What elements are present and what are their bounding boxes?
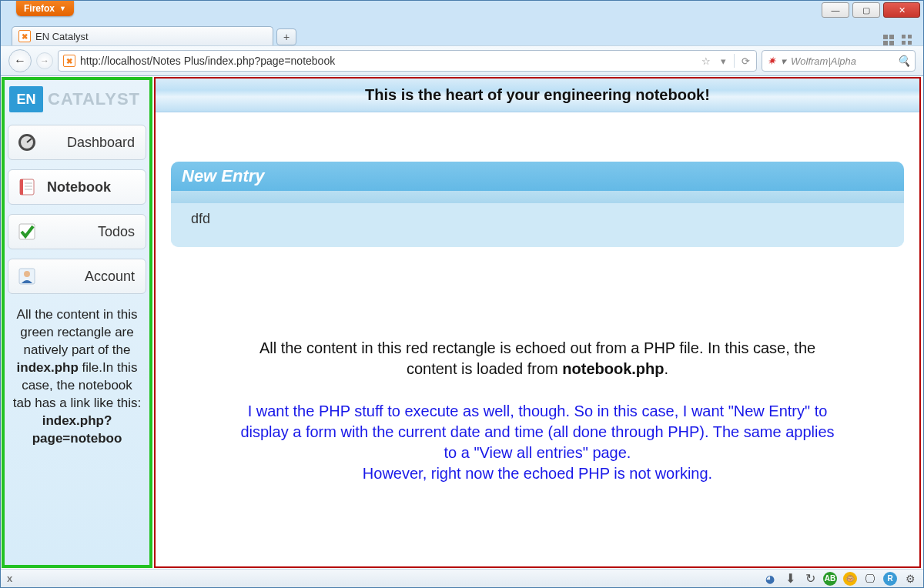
search-bar[interactable]: ✷ ▾ Wolfram|Alpha 🔍 (762, 50, 916, 72)
greasemonkey-icon[interactable]: 🐵 (843, 572, 857, 586)
new-tab-button[interactable]: + (276, 28, 296, 45)
sidebar: EN CATALYST Dashboard Notebook Todos (2, 77, 152, 568)
nav-toolbar: ← → ✖ ☆ ▾ ⟳ ✷ ▾ Wolfram|Alpha 🔍 (1, 45, 923, 76)
download-icon[interactable]: ⬇ (783, 572, 797, 586)
chevron-down-icon: ▼ (59, 5, 66, 12)
minimize-button[interactable]: — (822, 2, 849, 18)
close-button[interactable]: ✕ (883, 2, 920, 18)
page-banner: This is the heart of your engineering no… (156, 79, 919, 112)
addon-icon[interactable]: R (883, 572, 897, 586)
tab-title: EN Catalyst (35, 31, 89, 42)
app-logo: EN CATALYST (8, 85, 146, 120)
xampp-icon: ✖ (63, 55, 75, 67)
logo-badge: EN (9, 86, 43, 112)
settings-icon[interactable]: ⚙ (903, 572, 917, 586)
refresh-icon[interactable]: ↻ (803, 572, 817, 586)
adblock-icon[interactable]: AB (823, 572, 837, 586)
list-tabs-icon[interactable] (902, 35, 912, 45)
svg-point-10 (24, 271, 30, 277)
explain-text: All the content in this red rectangle is… (156, 338, 919, 379)
status-close-button[interactable]: x (7, 573, 12, 584)
info-icon[interactable]: ◕ (763, 572, 777, 586)
wolfram-icon: ✷ (767, 55, 776, 67)
gauge-icon (16, 132, 38, 153)
display-icon[interactable]: 🖵 (863, 572, 877, 586)
new-entry-panel: New Entry dfd (171, 162, 904, 247)
window-titlebar: Firefox ▼ — ▢ ✕ (1, 1, 923, 22)
svg-rect-4 (20, 179, 23, 195)
reload-button[interactable]: ⟳ (739, 55, 752, 67)
search-engine-menu-icon[interactable]: ▾ (781, 55, 786, 67)
logo-text: CATALYST (48, 89, 140, 109)
search-go-icon[interactable]: 🔍 (897, 55, 910, 67)
tab-groups-icon[interactable] (883, 35, 894, 45)
sidebar-item-label: Notebook (47, 179, 138, 195)
dropdown-icon[interactable]: ▾ (717, 55, 729, 67)
status-icons: ◕ ⬇ ↻ AB 🐵 🖵 R ⚙ (763, 572, 917, 586)
tab-strip: ✖ EN Catalyst + (1, 22, 923, 45)
page-content: EN CATALYST Dashboard Notebook Todos (1, 76, 923, 569)
address-bar[interactable]: ✖ ☆ ▾ ⟳ (58, 50, 757, 72)
sidebar-item-label: Todos (47, 224, 138, 240)
search-placeholder: Wolfram|Alpha (791, 55, 856, 67)
status-bar: x ◕ ⬇ ↻ AB 🐵 🖵 R ⚙ (1, 569, 923, 587)
user-icon (16, 266, 38, 287)
main-content: This is the heart of your engineering no… (154, 77, 921, 568)
maximize-button[interactable]: ▢ (852, 2, 880, 18)
browser-tab[interactable]: ✖ EN Catalyst (12, 26, 273, 45)
sidebar-item-label: Account (47, 269, 138, 285)
xampp-icon: ✖ (18, 30, 31, 42)
panel-title: New Entry (171, 162, 904, 191)
panel-body: dfd (171, 203, 904, 247)
separator (734, 54, 735, 68)
sidebar-item-dashboard[interactable]: Dashboard (8, 125, 146, 160)
firefox-menu-label: Firefox (24, 3, 55, 14)
tab-strip-right (883, 35, 912, 45)
window-controls: — ▢ ✕ (822, 2, 920, 18)
sidebar-item-account[interactable]: Account (8, 259, 146, 294)
firefox-menu-button[interactable]: Firefox ▼ (16, 1, 74, 16)
forward-button[interactable]: → (36, 52, 53, 69)
panel-subheader (171, 191, 904, 203)
check-icon (16, 221, 38, 242)
sidebar-note: All the content in this green rectangle … (8, 299, 146, 448)
sidebar-item-notebook[interactable]: Notebook (8, 169, 146, 205)
wish-text: I want the PHP stuff to execute as well,… (156, 401, 919, 484)
bookmark-star-icon[interactable]: ☆ (700, 55, 712, 67)
url-input[interactable] (80, 55, 695, 67)
sidebar-item-todos[interactable]: Todos (8, 214, 146, 249)
sidebar-item-label: Dashboard (47, 135, 138, 151)
back-button[interactable]: ← (8, 49, 32, 72)
notebook-icon (16, 176, 38, 198)
